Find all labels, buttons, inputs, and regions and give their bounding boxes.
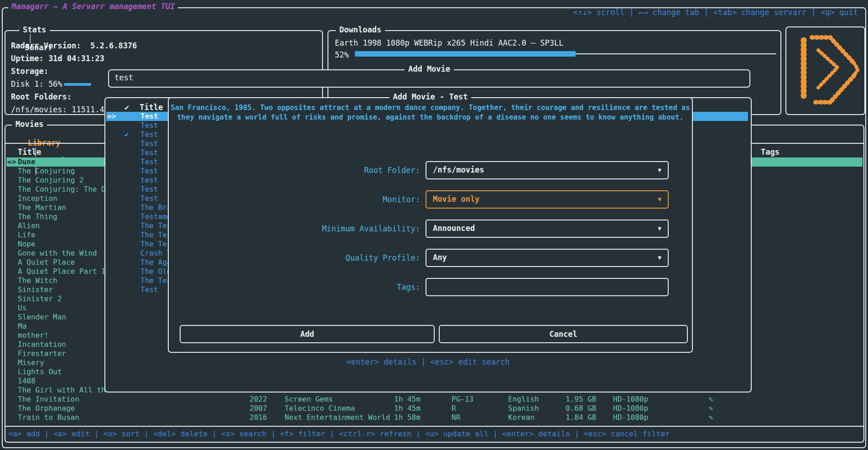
stats-version: Radarr Version: 5.2.6.8376 bbox=[11, 41, 137, 50]
results-keyhints: <enter> details | <esc> edit search bbox=[105, 357, 751, 366]
result-title-cell: The Old bbox=[140, 267, 171, 276]
field-label: Monitor: bbox=[169, 195, 420, 204]
form-field-row: Monitor: Movie only ▼ bbox=[169, 190, 692, 209]
add-movie-search-input[interactable]: test bbox=[114, 73, 133, 82]
selection-marker: => bbox=[107, 112, 116, 121]
movie-language-cell: Spanish bbox=[508, 404, 539, 413]
field-value: Announced bbox=[433, 224, 475, 233]
movie-title-cell: The Girl with All the bbox=[18, 386, 110, 395]
field-dropdown[interactable]: Announced ▼ bbox=[426, 220, 669, 238]
movie-title-cell: Sinister 2 bbox=[18, 294, 62, 303]
movie-title-cell: Train to Busan bbox=[18, 413, 79, 422]
form-field-row: Tags: bbox=[169, 278, 692, 296]
download-progress-rest bbox=[576, 53, 776, 54]
movie-row[interactable]: Train to Busan 2016 Next Entertainment W… bbox=[6, 413, 863, 422]
form-field-row: Quality Profile: Any ▼ bbox=[169, 249, 692, 267]
field-value: /nfs/movies bbox=[433, 165, 484, 174]
movie-title-cell: Ma bbox=[18, 322, 26, 331]
monitored-icon: ✎ bbox=[709, 395, 713, 404]
result-title-cell: Test bbox=[140, 194, 158, 203]
chevron-down-icon: ▼ bbox=[658, 254, 661, 261]
movie-year-cell: 2016 bbox=[249, 413, 267, 422]
add-button[interactable]: Add bbox=[180, 325, 435, 343]
movie-title-cell: The Orphanage bbox=[18, 404, 75, 413]
movie-title-cell: The Conjuring 2 bbox=[18, 176, 84, 185]
movie-runtime-cell: 1h 58m bbox=[394, 413, 421, 422]
checked-icon: ✔ bbox=[125, 130, 129, 139]
movie-quality-cell: HD-1080p bbox=[613, 395, 648, 404]
movie-studio-cell: Next Entertainment World bbox=[285, 413, 390, 422]
movie-row[interactable]: The Orphanage 2007 Telecinco Cinema 1h 4… bbox=[6, 404, 863, 413]
movie-title-cell: The Conjuring bbox=[18, 167, 75, 176]
movie-title-cell: Alien bbox=[18, 221, 40, 230]
result-title-cell: Test bbox=[140, 139, 158, 148]
stats-disk-label: Disk 1: 56% bbox=[11, 79, 62, 89]
result-title-cell: test bbox=[140, 176, 158, 185]
movie-language-cell: Korean bbox=[508, 413, 535, 422]
movie-language-cell: English bbox=[508, 395, 539, 404]
form-field-row: Minimum Availability: Announced ▼ bbox=[169, 220, 692, 238]
field-value: Movie only bbox=[433, 194, 479, 204]
movie-year-cell: 2007 bbox=[249, 404, 267, 413]
field-label: Root Folder: bbox=[169, 166, 420, 175]
field-label: Quality Profile: bbox=[169, 253, 420, 262]
stats-rootfolders-label: Root Folders: bbox=[11, 92, 72, 101]
field-dropdown[interactable]: Any ▼ bbox=[426, 249, 669, 267]
movie-title-cell: 1408 bbox=[18, 377, 36, 386]
movie-title-cell: The Thing bbox=[18, 212, 57, 221]
monitored-icon: ✎ bbox=[709, 404, 713, 413]
field-dropdown[interactable] bbox=[426, 278, 669, 296]
chevron-down-icon: ▼ bbox=[658, 167, 661, 173]
movie-overview-line1: San Francisco, 1985. Two opposites attra… bbox=[169, 104, 692, 112]
add-movie-search-box: Add Movie test bbox=[108, 69, 750, 88]
cancel-button[interactable]: Cancel bbox=[439, 325, 688, 343]
logo-panel bbox=[785, 26, 865, 115]
stats-storage-label: Storage: bbox=[11, 67, 48, 76]
movie-title-cell: Firestarter bbox=[18, 349, 66, 358]
field-dropdown[interactable]: Movie only ▼ bbox=[426, 190, 669, 209]
result-title-cell: Test bbox=[140, 167, 158, 176]
chevron-down-icon: ▼ bbox=[658, 196, 661, 203]
movie-title-cell: Inception bbox=[18, 194, 57, 203]
add-movie-form: Root Folder: /nfs/movies ▼ Monitor: Movi… bbox=[169, 161, 692, 307]
results-title-header: Title bbox=[140, 103, 163, 112]
movie-title-cell: The Conjuring: The De bbox=[18, 185, 110, 194]
add-movie-search-title: Add Movie bbox=[405, 64, 454, 73]
movies-keybinds: <a> add | <e> edit | <o> sort | <del> de… bbox=[8, 429, 670, 438]
form-field-row: Root Folder: /nfs/movies ▼ bbox=[169, 161, 692, 179]
movie-title-cell: Dune bbox=[18, 157, 36, 167]
movie-title-cell: Sinister bbox=[18, 285, 53, 294]
movie-overview-line2: they navigate a world full of risks and … bbox=[169, 113, 692, 121]
field-label: Tags: bbox=[169, 283, 420, 292]
movie-studio-cell: Telecinco Cinema bbox=[285, 404, 355, 413]
downloads-panel-title: Downloads bbox=[336, 25, 385, 34]
download-percent: 52% bbox=[335, 50, 349, 59]
stats-uptime: Uptime: 31d 04:31:23 bbox=[11, 54, 104, 63]
download-item-title: Earth 1998 1080p WEBRip x265 Hindi AAC2.… bbox=[335, 38, 564, 47]
managarr-screen: { "header": { "title": "Managarr — A Ser… bbox=[0, 0, 868, 450]
movie-title-cell: Incantation bbox=[18, 340, 66, 349]
result-title-cell: Test bbox=[140, 185, 158, 194]
movie-title-cell: A Quiet Place Part II bbox=[18, 267, 110, 276]
field-label: Minimum Availability: bbox=[169, 224, 420, 233]
stats-panel-title: Stats bbox=[19, 25, 50, 34]
result-title-cell: Test bbox=[140, 112, 158, 121]
result-title-cell: Test bbox=[140, 285, 158, 294]
movie-rating-cell: R bbox=[452, 404, 456, 413]
movie-runtime-cell: 1h 45m bbox=[394, 395, 421, 404]
movie-row[interactable]: The Invitation 2022 Screen Gems 1h 45m P… bbox=[6, 395, 863, 404]
movie-title-cell: Lights Out bbox=[18, 367, 62, 377]
movie-title-cell: Slender Man bbox=[18, 313, 66, 322]
movie-runtime-cell: 1h 45m bbox=[394, 404, 421, 413]
movies-title-header: Title bbox=[18, 147, 41, 157]
selection-marker: => bbox=[7, 157, 16, 167]
movie-rating-cell: PG-13 bbox=[452, 395, 473, 404]
result-title-cell: Test bbox=[140, 121, 158, 130]
results-check-header: ✔ bbox=[125, 103, 129, 112]
movie-quality-cell: HD-1080p bbox=[613, 404, 648, 413]
field-dropdown[interactable]: /nfs/movies ▼ bbox=[426, 161, 669, 179]
movie-title-cell: The Witch bbox=[18, 276, 57, 285]
movie-title-cell: A Quiet Place bbox=[18, 258, 75, 267]
global-keyhints: <↑↓> scroll | ←→ change tab | <tab> chan… bbox=[573, 8, 858, 17]
movie-year-cell: 2022 bbox=[249, 395, 267, 404]
